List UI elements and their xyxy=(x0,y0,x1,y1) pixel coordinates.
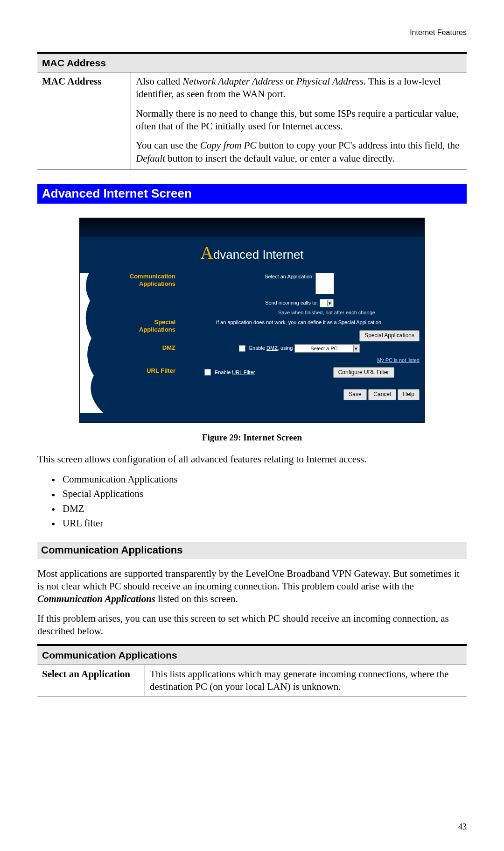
comm-apps-table: Communication Applications Select an App… xyxy=(37,644,467,696)
special-apps-text: If an application does not work, you can… xyxy=(216,319,383,325)
save-hint: Save when finished, not after each chang… xyxy=(235,309,420,316)
subsection-heading: Communication Applications xyxy=(37,542,467,559)
list-item: Special Applications xyxy=(51,487,467,501)
mac-address-table: MAC Address MAC Address Also called Netw… xyxy=(37,52,467,170)
ui-title: Advanced Internet xyxy=(80,237,424,273)
application-list[interactable] xyxy=(315,273,334,294)
mac-table-header: MAC Address xyxy=(37,53,467,72)
mac-row-value: Also called Network Adapter Address or P… xyxy=(131,72,467,170)
url-filter-label: URL Filter xyxy=(103,367,179,375)
page-number: 43 xyxy=(458,822,467,832)
list-item: Communication Applications xyxy=(51,472,467,487)
comm-apps-paragraph-1: Most applications are supported transpar… xyxy=(37,567,467,606)
feature-bullet-list: Communication Applications Special Appli… xyxy=(51,472,467,531)
enable-url-filter-label: Enable URL Filter xyxy=(215,369,255,375)
save-button[interactable]: Save xyxy=(343,389,366,400)
dmz-label: DMZ xyxy=(103,344,179,352)
page-header: Internet Features xyxy=(37,28,467,38)
comm-apps-label: CommunicationApplications xyxy=(103,273,179,287)
pc-not-listed-link[interactable]: My PC is not listed xyxy=(377,357,420,363)
special-apps-label: SpecialApplications xyxy=(103,319,179,333)
enable-dmz-checkbox[interactable] xyxy=(239,345,245,352)
select-app-label: Select an Application: xyxy=(265,274,314,279)
configure-url-filter-button[interactable]: Configure URL Filter xyxy=(333,367,394,378)
special-applications-button[interactable]: Special Applications xyxy=(359,330,420,341)
advanced-internet-screenshot: Advanced Internet CommunicationApplicati… xyxy=(79,218,425,423)
dmz-pc-dropdown[interactable]: Select a PC xyxy=(294,344,360,353)
send-calls-dropdown[interactable] xyxy=(320,299,334,307)
comm-apps-paragraph-2: If this problem arises, you can use this… xyxy=(37,612,467,638)
decorative-edge xyxy=(80,273,103,413)
select-app-row-value: This lists applications which may genera… xyxy=(145,665,467,696)
select-app-row-label: Select an Application xyxy=(37,665,145,696)
section-heading: Advanced Internet Screen xyxy=(37,184,467,204)
cancel-button[interactable]: Cancel xyxy=(368,389,396,400)
list-item: DMZ xyxy=(51,502,467,516)
intro-paragraph: This screen allows configuration of all … xyxy=(37,453,467,466)
enable-url-filter-checkbox[interactable] xyxy=(204,369,211,376)
enable-dmz-label: Enable DMZ, using xyxy=(249,345,293,351)
list-item: URL filter xyxy=(51,516,467,531)
help-button[interactable]: Help xyxy=(398,389,420,400)
figure-caption: Figure 29: Internet Screen xyxy=(37,432,467,444)
comm-apps-table-header: Communication Applications xyxy=(37,645,467,665)
send-calls-label: Send incoming calls to: xyxy=(265,300,318,306)
mac-row-label: MAC Address xyxy=(37,72,131,170)
